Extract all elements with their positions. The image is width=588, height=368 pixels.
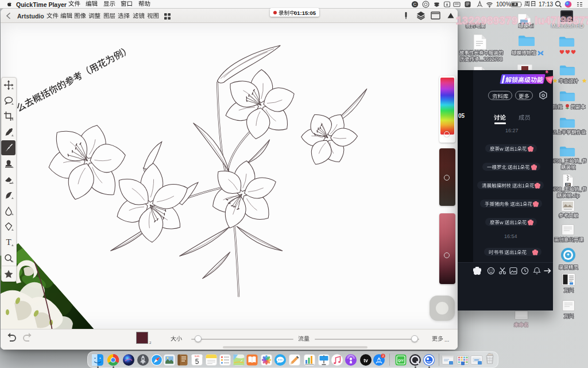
svg-text:tv: tv <box>363 358 368 363</box>
svg-text:5: 5 <box>195 358 199 366</box>
svg-text:C: C <box>413 2 417 7</box>
svg-text:2: 2 <box>382 354 384 358</box>
svg-text:QIY: QIY <box>398 359 404 362</box>
svg-text:T: T <box>6 237 11 247</box>
